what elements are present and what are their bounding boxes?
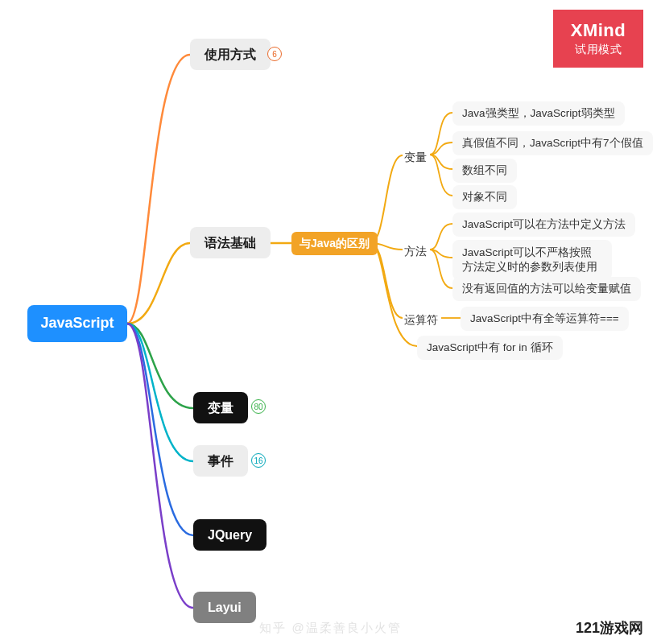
zhihu-watermark: 知乎 @温柔善良小火管 — [259, 621, 401, 636]
topic-events[interactable]: 事件 — [193, 445, 248, 477]
topic-syntax[interactable]: 语法基础 — [190, 227, 271, 258]
group-methods-label: 方法 — [404, 245, 427, 258]
topic-variables-count-badge: 80 — [251, 399, 266, 414]
topic-variables[interactable]: 变量 — [193, 392, 248, 423]
leaf-var-typing[interactable]: Java强类型，JavaScript弱类型 — [452, 101, 625, 126]
topic-usage[interactable]: 使用方式 — [190, 39, 271, 70]
topic-jquery-label: JQuery — [208, 527, 252, 543]
xmind-badge-subtitle: 试用模式 — [575, 43, 622, 57]
leaf-method-params[interactable]: JavaScript可以不严格按照方法定义时的参数列表使用 — [452, 240, 612, 280]
subtopic-java-diff-label: 与Java的区别 — [300, 237, 370, 250]
topic-variables-count: 80 — [254, 402, 262, 411]
xmind-badge-title: XMind — [571, 20, 626, 41]
leaf-method-nested[interactable]: JavaScript可以在方法中定义方法 — [452, 213, 635, 237]
leaf-var-truthy[interactable]: 真假值不同，JavaScript中有7个假值 — [452, 131, 653, 155]
topic-variables-label: 变量 — [208, 400, 233, 415]
topic-layui-label: Layui — [208, 600, 242, 615]
leaf-var-object[interactable]: 对象不同 — [452, 185, 517, 209]
root-node-javascript[interactable]: JavaScript — [27, 305, 127, 342]
topic-events-count: 16 — [254, 456, 262, 465]
group-operators[interactable]: 运算符 — [403, 310, 440, 330]
topic-events-label: 事件 — [208, 453, 233, 469]
topic-usage-label: 使用方式 — [204, 47, 256, 62]
leaf-method-noreturn[interactable]: 没有返回值的方法可以给变量赋值 — [452, 277, 641, 301]
topic-jquery[interactable]: JQuery — [193, 519, 266, 551]
group-methods[interactable]: 方法 — [403, 242, 428, 262]
topic-events-count-badge: 16 — [251, 453, 266, 468]
root-label: JavaScript — [40, 315, 114, 332]
topic-layui[interactable]: Layui — [193, 592, 256, 623]
footer-watermark: 121游戏网 — [576, 618, 643, 638]
xmind-trial-badge: XMind 试用模式 — [553, 10, 643, 68]
topic-usage-count: 6 — [272, 50, 277, 59]
group-variables-label: 变量 — [404, 151, 427, 164]
leaf-operator-strict-eq[interactable]: JavaScript中有全等运算符=== — [461, 307, 629, 331]
leaf-for-in[interactable]: JavaScript中有 for in 循环 — [417, 336, 563, 360]
topic-syntax-label: 语法基础 — [204, 235, 256, 250]
group-operators-label: 运算符 — [404, 313, 438, 327]
leaf-var-array[interactable]: 数组不同 — [452, 159, 517, 183]
topic-usage-count-badge: 6 — [267, 47, 282, 61]
subtopic-java-diff[interactable]: 与Java的区别 — [291, 232, 378, 255]
group-variables[interactable]: 变量 — [403, 147, 428, 167]
